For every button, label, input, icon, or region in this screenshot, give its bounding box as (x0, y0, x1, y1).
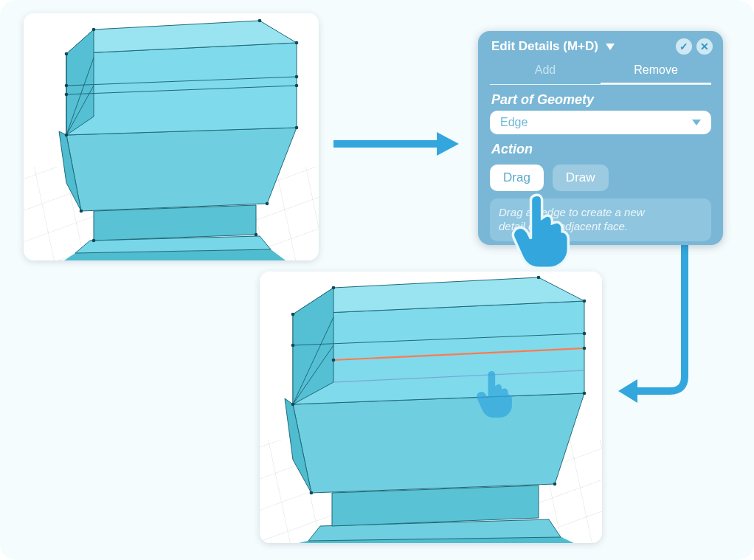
svg-point-22 (295, 126, 299, 130)
svg-point-26 (255, 233, 258, 237)
panel-header[interactable]: Edit Details (M+D) ✓ ✕ (478, 31, 723, 59)
svg-marker-3 (66, 128, 297, 211)
svg-marker-29 (332, 485, 539, 526)
click-cursor-icon (508, 189, 578, 270)
svg-point-41 (583, 300, 587, 303)
tab-remove[interactable]: Remove (601, 59, 711, 84)
svg-marker-54 (618, 379, 637, 403)
svg-point-20 (295, 84, 299, 88)
svg-point-48 (291, 403, 295, 407)
svg-marker-2 (94, 205, 256, 241)
drag-cursor-icon (474, 366, 518, 418)
panel-tabs: Add Remove (490, 59, 711, 85)
viewport-after (260, 272, 602, 543)
svg-point-19 (65, 93, 69, 97)
viewport-before (24, 13, 319, 260)
svg-point-17 (65, 84, 69, 88)
svg-point-16 (92, 28, 96, 32)
mesh-after (260, 272, 602, 543)
draw-button[interactable]: Draw (553, 165, 609, 191)
mesh-before (24, 13, 319, 260)
geometry-label: Part of Geomety (478, 85, 723, 111)
svg-point-21 (65, 134, 69, 137)
svg-marker-30 (293, 393, 584, 493)
collapse-caret-icon[interactable] (606, 44, 615, 50)
svg-point-23 (80, 210, 83, 213)
svg-point-25 (92, 239, 96, 243)
svg-point-24 (266, 202, 269, 206)
svg-marker-7 (66, 30, 94, 135)
geometry-value: Edge (500, 116, 528, 129)
svg-point-44 (291, 344, 295, 348)
svg-point-18 (295, 75, 299, 79)
svg-point-50 (310, 491, 314, 495)
svg-point-51 (553, 483, 557, 486)
svg-point-15 (258, 19, 262, 23)
tab-add[interactable]: Add (490, 59, 601, 84)
svg-point-43 (332, 286, 336, 290)
confirm-icon[interactable]: ✓ (676, 38, 692, 55)
tutorial-canvas: Edit Details (M+D) ✓ ✕ Add Remove Part o… (0, 0, 754, 560)
svg-point-45 (583, 332, 587, 336)
panel-title: Edit Details (M+D) (491, 39, 598, 54)
action-label: Action (478, 134, 723, 160)
svg-point-47 (583, 347, 587, 350)
svg-point-13 (65, 52, 69, 56)
drag-button[interactable]: Drag (490, 165, 544, 191)
geometry-dropdown[interactable]: Edge (490, 111, 711, 134)
svg-marker-5 (66, 43, 297, 135)
svg-point-42 (537, 276, 541, 280)
close-icon[interactable]: ✕ (696, 38, 713, 55)
chevron-down-icon (692, 120, 701, 125)
svg-point-46 (332, 359, 336, 362)
svg-point-40 (291, 313, 295, 317)
svg-marker-32 (293, 301, 584, 404)
flow-arrow-2 (618, 243, 707, 416)
svg-point-14 (295, 41, 299, 45)
flow-arrow-1 (333, 129, 459, 162)
svg-marker-53 (437, 132, 459, 156)
svg-point-49 (583, 392, 587, 395)
